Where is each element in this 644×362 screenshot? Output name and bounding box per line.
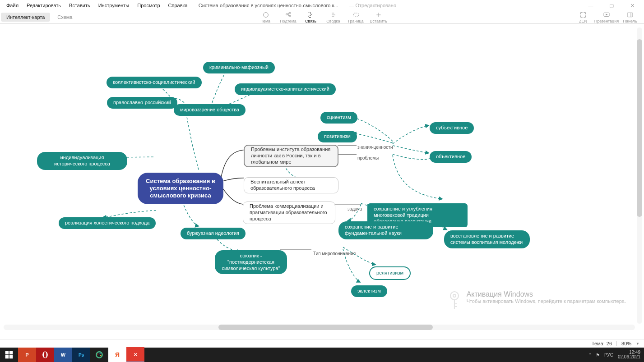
watermark-subtitle: Чтобы активировать Windows, перейдите к …: [467, 298, 626, 304]
tool-presentation[interactable]: Презентация: [596, 10, 617, 24]
svg-point-16: [97, 353, 98, 354]
taskbar-opera[interactable]: [36, 348, 54, 362]
mindmap-canvas-wrap: Система образования в условиях ценностно…: [0, 24, 644, 339]
app-menubar: Файл Редактировать Вставить Инструменты …: [0, 0, 644, 11]
toolbar-center: Тема Подтема Связь Сводка Граница Встави…: [255, 10, 389, 24]
start-button[interactable]: [0, 348, 18, 362]
tool-summary[interactable]: Сводка: [323, 10, 344, 24]
taskbar-paint[interactable]: [90, 348, 108, 362]
toolbar-right: ZEN Презентация Панель: [573, 10, 640, 24]
window-minimize-button[interactable]: —: [582, 2, 600, 9]
tray-flag-icon[interactable]: ⚑: [596, 353, 600, 357]
status-topic-count-label: Тема:: [592, 341, 605, 346]
tab-mindmap[interactable]: Интеллект-карта: [1, 13, 50, 22]
node-objective[interactable]: объективное: [430, 151, 472, 163]
node-bourgeois[interactable]: буржуазная идеология: [181, 228, 246, 239]
window-controls: — ▢ ✕: [582, 2, 641, 9]
taskbar-yandex[interactable]: Я: [108, 348, 126, 362]
svg-rect-1: [286, 14, 287, 15]
menu-insert[interactable]: Вставить: [65, 2, 94, 9]
node-task-science[interactable]: сохранение и развитие фундаментальной на…: [338, 221, 433, 239]
vertical-scrollbar[interactable]: [637, 27, 642, 324]
svg-rect-4: [353, 13, 358, 17]
menu-tools[interactable]: Инструменты: [95, 2, 133, 9]
watermark-title: Активация Windows: [467, 290, 626, 298]
node-worldview-orthodox[interactable]: православно-российский: [107, 97, 177, 109]
svg-rect-11: [5, 355, 9, 359]
node-commercialization[interactable]: Проблема коммерциализации и прагматизаци…: [243, 202, 335, 224]
view-tabs-row: Интеллект-карта Схема Тема Подтема Связь…: [0, 11, 644, 24]
svg-point-14: [44, 352, 46, 357]
menu-edit[interactable]: Редактировать: [23, 2, 65, 9]
tray-date: 02.06.2021: [618, 355, 640, 359]
document-status: — Отредактировано: [345, 2, 400, 9]
taskbar-word[interactable]: W: [54, 348, 72, 362]
tab-outline[interactable]: Схема: [52, 13, 78, 22]
svg-rect-9: [5, 351, 9, 355]
svg-rect-6: [627, 13, 633, 17]
svg-point-18: [100, 355, 101, 356]
status-zoom-dropdown-icon[interactable]: ▼: [636, 342, 639, 346]
tool-subtopic[interactable]: Подтема: [278, 10, 299, 24]
tool-zen[interactable]: ZEN: [573, 10, 593, 24]
svg-point-17: [100, 353, 101, 354]
menu-file[interactable]: Файл: [3, 2, 22, 9]
tool-boundary[interactable]: Граница: [346, 10, 366, 24]
node-relativism[interactable]: релятивизм: [369, 266, 411, 280]
node-worldview-individualist[interactable]: индивидуалистско-капиталистический: [235, 83, 336, 95]
node-worldview-collectivist[interactable]: коллективистско-социалистический: [107, 77, 202, 88]
svg-point-8: [453, 294, 456, 297]
mindmap-canvas[interactable]: Система образования в условиях ценностно…: [0, 24, 644, 339]
taskbar-xmind[interactable]: ✕: [126, 347, 144, 362]
status-bar: Тема: 26 80% ▼: [0, 339, 644, 348]
key-icon: [446, 290, 463, 312]
taskbar-photoshop[interactable]: Ps: [72, 348, 90, 362]
menu-view[interactable]: Просмотр: [134, 2, 163, 9]
windows-taskbar: P W Ps Я ✕ ˄ ⚑ РУС 12:49 02.06.2021: [0, 348, 644, 362]
tray-expand-icon[interactable]: ˄: [589, 353, 591, 357]
status-zoom[interactable]: 80%: [621, 341, 631, 346]
windows-activation-watermark: Активация Windows Чтобы активировать Win…: [446, 290, 626, 312]
svg-point-0: [263, 12, 268, 17]
node-postmodern-ally[interactable]: союзник - "постмодернистская символическ…: [215, 250, 287, 274]
svg-point-15: [96, 352, 102, 357]
node-worldview[interactable]: мировоззрение общества: [174, 104, 246, 116]
tray-language[interactable]: РУС: [604, 353, 613, 357]
label-problems: проблемы: [357, 156, 379, 160]
node-holistic[interactable]: реализация холестического подхода: [59, 217, 156, 229]
horizontal-scrollbar[interactable]: [4, 325, 635, 330]
node-task-youth[interactable]: восстановление и развитие системы воспит…: [444, 230, 530, 248]
tray-clock[interactable]: 12:49 02.06.2021: [618, 350, 640, 359]
system-tray: ˄ ⚑ РУС 12:49 02.06.2021: [589, 350, 644, 359]
tool-theme[interactable]: Тема: [255, 10, 276, 24]
label-task: задача: [347, 206, 362, 211]
svg-rect-3: [289, 15, 291, 17]
node-central[interactable]: Система образования в условиях ценностно…: [138, 173, 223, 204]
node-eclecticism[interactable]: эклектизм: [351, 285, 387, 297]
node-subjective[interactable]: субъективное: [430, 122, 474, 134]
node-educational-aspect[interactable]: Воспитательный аспект образовательного п…: [244, 177, 338, 193]
svg-rect-10: [9, 351, 13, 355]
window-maximize-button[interactable]: ▢: [602, 2, 621, 9]
taskbar-powerpoint[interactable]: P: [18, 348, 36, 362]
window-close-button[interactable]: ✕: [623, 2, 641, 9]
svg-rect-12: [9, 355, 13, 359]
node-worldview-criminal[interactable]: криминально-мафиозный: [203, 62, 275, 73]
node-individualization[interactable]: индивидуализация исторического процесса: [37, 152, 127, 170]
node-scientism[interactable]: сциентизм: [320, 112, 357, 124]
tool-insert[interactable]: Вставить: [368, 10, 389, 24]
menu-help[interactable]: Справка: [165, 2, 191, 9]
status-topic-count: 26: [607, 341, 612, 346]
tool-panel[interactable]: Панель: [620, 10, 640, 24]
svg-rect-2: [289, 12, 291, 14]
node-positivism[interactable]: позитивизм: [318, 131, 357, 142]
node-problems-institute[interactable]: Проблемы института образования личности …: [244, 145, 338, 167]
tool-link[interactable]: Связь: [301, 10, 321, 24]
label-knowledge-values: знания-ценности: [357, 145, 393, 150]
document-title: Система образования в условиях ценностно…: [195, 2, 342, 9]
svg-point-7: [450, 292, 459, 300]
label-worldview-type: Тип миропонимания: [313, 251, 356, 256]
